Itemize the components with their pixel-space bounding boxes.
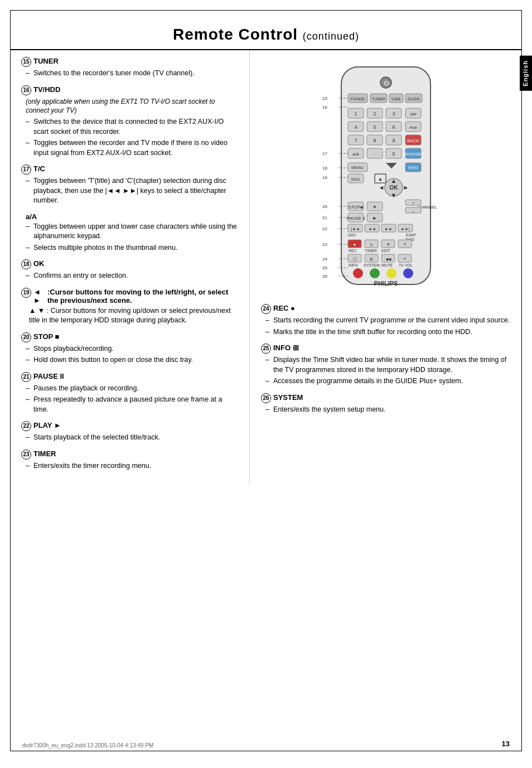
cursor-lr-desc: :Cursor buttons for moving to the left/r… — [47, 288, 238, 305]
page-title: Remote Control (continued) — [32, 26, 500, 44]
cursor-ud-desc: ▲ ▼ : Cursor buttons for moving up/down … — [21, 306, 238, 326]
section-num-21: 21 — [21, 372, 31, 382]
right-column: ⏻ TV/HDD TUNER CAM GUIDE 1 2 — [250, 50, 522, 484]
svg-text:EDIT: EDIT — [381, 249, 391, 253]
section-num-19: 19 — [21, 288, 31, 298]
remote-illustration: ⏻ TV/HDD TUNER CAM GUIDE 1 2 — [319, 61, 453, 296]
section-title-ok: 18 OK — [21, 259, 238, 269]
section-num-22: 22 — [21, 421, 31, 431]
list-item: Enters/exits the system setup menu. — [265, 405, 511, 415]
svg-text:STOP■: STOP■ — [349, 205, 364, 210]
svg-text:a/A: a/A — [352, 152, 360, 157]
svg-text:PHILIPS: PHILIPS — [374, 280, 398, 287]
svg-text:BROWSER: BROWSER — [403, 152, 424, 157]
svg-point-105 — [353, 268, 363, 278]
svg-text:►: ► — [373, 215, 378, 221]
section-label-cursor: ◄ ► — [33, 288, 45, 305]
svg-text:OK: OK — [390, 185, 399, 191]
svg-text:⊞: ⊞ — [370, 257, 373, 261]
play-list: Starts playback of the selected title/tr… — [21, 433, 238, 443]
svg-text:8: 8 — [373, 138, 376, 143]
section-info: 25 INFO ⊞ Displays the Time Shift video … — [261, 344, 511, 387]
svg-point-108 — [403, 268, 413, 278]
timer-list: Enters/exits the timer recording menu. — [21, 461, 238, 471]
system-list: Enters/exits the system setup menu. — [261, 405, 511, 415]
svg-text:▲: ▲ — [378, 176, 383, 182]
border-bottom — [10, 751, 522, 751]
svg-text:INFO: INFO — [349, 263, 358, 267]
svg-text:SYSTEM: SYSTEM — [364, 263, 380, 267]
section-title-cursor: 19 ◄ ► :Cursor buttons for moving to the… — [21, 288, 238, 305]
footer-note: dvdr7300h_eu_eng2.indd 13 2005-10-04 4:1… — [22, 742, 153, 748]
svg-text:+: + — [412, 201, 414, 205]
list-item: Enters/exits the timer recording menu. — [26, 461, 238, 471]
svg-text:1: 1 — [354, 111, 357, 117]
section-stop: 20 STOP ■ Stops playback/recording. Hold… — [21, 332, 238, 365]
section-label-rec: REC ● — [273, 304, 295, 312]
section-title-aa: a/A — [21, 212, 238, 221]
section-num-15: 15 — [21, 57, 31, 67]
svg-text:⊙: ⊙ — [370, 243, 373, 247]
main-content: 15 TUNER Switches to the recorder's tune… — [10, 50, 522, 484]
svg-text:17: 17 — [322, 151, 327, 156]
svg-text:16: 16 — [322, 105, 327, 110]
border-top — [10, 10, 522, 11]
svg-text:▲: ▲ — [391, 177, 397, 184]
language-tab: English — [520, 56, 532, 91]
svg-text:20: 20 — [322, 204, 327, 209]
svg-text:✕: ✕ — [386, 242, 390, 247]
svg-text:▼: ▼ — [391, 192, 397, 199]
svg-text:TUNER: TUNER — [372, 97, 385, 101]
pause-list: Pauses the playback or recording. Press … — [21, 384, 238, 415]
section-num-16: 16 — [21, 85, 31, 95]
svg-text:HDD: HDD — [408, 165, 418, 170]
ok-list: Confirms an entry or selection. — [21, 271, 238, 281]
svg-text:MUTE: MUTE — [381, 263, 393, 267]
tvhdd-note: (only applicable when using the EXT1 TO … — [21, 97, 238, 116]
list-item: Displays the Time Shift video bar while … — [265, 355, 511, 375]
svg-text:◄◄: ◄◄ — [368, 227, 376, 231]
svg-text:►►|: ►►| — [401, 227, 410, 231]
section-label-stop: STOP ■ — [33, 332, 59, 341]
page-number: 13 — [502, 740, 510, 748]
svg-text:4: 4 — [354, 124, 357, 130]
svg-text:18: 18 — [322, 166, 327, 171]
remote-svg: ⏻ TV/HDD TUNER CAM GUIDE 1 2 — [319, 61, 453, 297]
border-left — [10, 10, 11, 751]
list-item: Marks the title in the time shift buffer… — [265, 327, 511, 337]
svg-text:5: 5 — [373, 124, 376, 130]
svg-text:TV VOL: TV VOL — [399, 263, 413, 267]
section-system: 26 SYSTEM Enters/exits the system setup … — [261, 393, 511, 415]
svg-text:24: 24 — [322, 257, 327, 262]
svg-text:●: ● — [354, 242, 356, 247]
section-num-24: 24 — [261, 304, 271, 314]
svg-point-107 — [386, 268, 396, 278]
section-title-tvhdd: 16 TV/HDD — [21, 85, 238, 95]
svg-text:·: · — [374, 151, 376, 157]
section-rec: 24 REC ● Starts recording the current TV… — [261, 304, 511, 337]
section-num-25: 25 — [261, 344, 271, 354]
section-title-system: 26 SYSTEM — [261, 393, 511, 403]
svg-text:+: + — [403, 256, 406, 262]
svg-text:+: + — [403, 241, 406, 247]
svg-text:|◄◄: |◄◄ — [351, 227, 360, 231]
svg-text:TV/HDD: TV/HDD — [350, 97, 365, 101]
page-header: Remote Control (continued) — [10, 10, 522, 50]
info-list: Displays the Time Shift video bar while … — [261, 355, 511, 387]
svg-text:9: 9 — [392, 138, 395, 143]
section-title-rec: 24 REC ● — [261, 304, 511, 314]
list-item: Press repeatedly to advance a paused pic… — [26, 395, 238, 414]
section-title-tc: 17 T/C — [21, 165, 238, 175]
list-item: Switches to the recorder's tuner mode (T… — [26, 69, 238, 79]
svg-text:22: 22 — [322, 226, 327, 231]
section-label-tvhdd: TV/HDD — [33, 85, 60, 94]
svg-text:JUMP: JUMP — [405, 233, 416, 237]
svg-text:3: 3 — [392, 111, 395, 117]
aa-list: Toggles between upper and lower case cha… — [21, 222, 238, 253]
section-num-20: 20 — [21, 332, 31, 342]
svg-text:nne: nne — [409, 125, 417, 130]
svg-text:TIMER: TIMER — [365, 249, 377, 253]
svg-text:PAUSE II: PAUSE II — [346, 216, 365, 221]
section-play: 22 PLAY ► Starts playback of the selecte… — [21, 421, 238, 443]
svg-text:26: 26 — [322, 274, 327, 279]
